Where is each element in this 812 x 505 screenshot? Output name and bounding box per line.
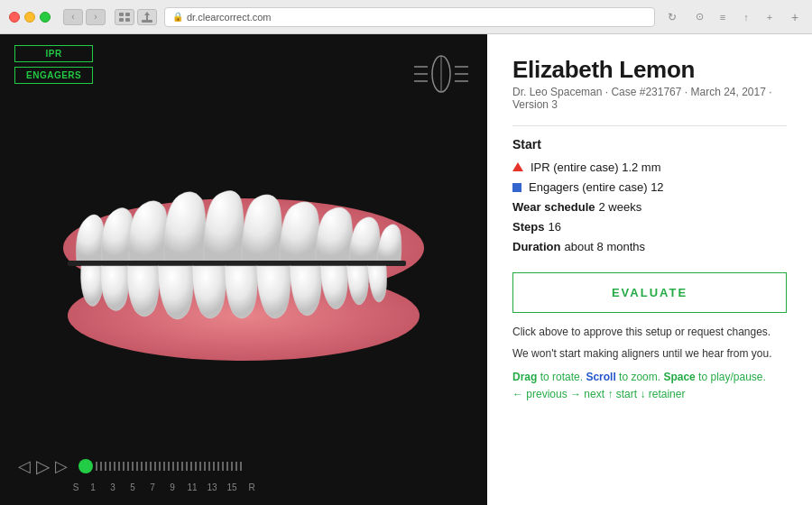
timeline-tick bbox=[186, 462, 188, 471]
engagers-label: Engagers (entire case) bbox=[529, 180, 651, 194]
hint-drag-text: to rotate. bbox=[537, 371, 586, 383]
browser-chrome: ‹ › 🔒 dr.clearcorrect.com ↻ ⊙ ≡ ↑ + + bbox=[0, 0, 812, 34]
timeline-tick bbox=[181, 462, 183, 471]
engagers-row: Engagers (entire case) 12 bbox=[512, 180, 787, 194]
share-button[interactable] bbox=[137, 9, 157, 25]
timeline-tick bbox=[226, 462, 228, 471]
bookmark-icon[interactable]: ⊙ bbox=[689, 9, 709, 25]
timeline-label-15: 15 bbox=[222, 482, 242, 492]
traffic-lights bbox=[9, 12, 51, 23]
engagers-button[interactable]: ENGAGERS bbox=[14, 67, 93, 84]
steps-value: 16 bbox=[548, 220, 560, 234]
wear-schedule-label: Wear schedule bbox=[512, 200, 595, 214]
browser-nav-buttons: ‹ › bbox=[63, 9, 106, 25]
toolbar-right: ⊙ ≡ ↑ + bbox=[689, 9, 780, 25]
ipr-text: IPR (entire case) 1.2 mm bbox=[531, 161, 661, 174]
timeline-tick bbox=[150, 462, 152, 471]
svg-rect-15 bbox=[68, 261, 406, 266]
play-button[interactable]: ▷ bbox=[36, 455, 50, 477]
duration-row: Duration about 8 months bbox=[512, 240, 787, 253]
duration-value: about 8 months bbox=[564, 240, 645, 253]
engagers-indicator-icon bbox=[512, 183, 521, 192]
timeline-bar: ◁ ▷ ▷ bbox=[0, 446, 487, 505]
addbook-icon[interactable]: + bbox=[760, 9, 780, 25]
minimize-button[interactable] bbox=[24, 12, 35, 23]
tooth-icon-container bbox=[410, 45, 473, 103]
timeline-tick bbox=[96, 462, 97, 471]
patient-meta: Dr. Leo Spaceman · Case #231767 · March … bbox=[512, 86, 787, 111]
timeline-label-3: 3 bbox=[103, 482, 123, 492]
tooth-orientation-icon bbox=[410, 49, 473, 103]
prev-arrow-button[interactable]: ◁ bbox=[18, 456, 31, 476]
next-arrow-button[interactable]: ▷ bbox=[55, 456, 68, 476]
svg-rect-4 bbox=[142, 20, 152, 23]
forward-button[interactable]: › bbox=[86, 9, 106, 25]
timeline-tick bbox=[163, 462, 165, 471]
wear-schedule-value: 2 weeks bbox=[599, 200, 642, 214]
lock-icon: 🔒 bbox=[172, 12, 183, 22]
steps-row: Steps 16 bbox=[512, 220, 787, 234]
section-divider bbox=[512, 125, 787, 126]
timeline-tick bbox=[195, 462, 197, 471]
wear-schedule-row: Wear schedule 2 weeks bbox=[512, 200, 787, 214]
timeline-tick bbox=[235, 462, 237, 471]
timeline-tick bbox=[100, 462, 102, 471]
timeline-tick bbox=[123, 462, 125, 471]
main-content: IPR ENGAGERS bbox=[0, 34, 812, 505]
timeline-tick bbox=[168, 462, 170, 471]
timeline-tick bbox=[141, 462, 143, 471]
timeline-tick bbox=[208, 462, 210, 471]
timeline-tick bbox=[105, 462, 106, 471]
address-bar[interactable]: 🔒 dr.clearcorrect.com bbox=[164, 7, 655, 27]
timeline-tick bbox=[159, 462, 161, 471]
timeline-controls: ◁ ▷ ▷ bbox=[18, 455, 469, 477]
close-button[interactable] bbox=[9, 12, 20, 23]
timeline-tick bbox=[132, 462, 134, 471]
timeline-current-step bbox=[78, 459, 93, 473]
hint-nav-text: ← previous → next ↑ start ↓ retainer bbox=[512, 388, 685, 400]
svg-rect-0 bbox=[119, 13, 124, 16]
timeline-tick bbox=[127, 462, 129, 471]
info-note-2: We won't start making aligners until we … bbox=[512, 345, 787, 362]
timeline-tick bbox=[172, 462, 174, 471]
timeline-tick bbox=[217, 462, 219, 471]
maximize-button[interactable] bbox=[40, 12, 51, 23]
timeline-tick bbox=[177, 462, 179, 471]
timeline-label-1: 1 bbox=[83, 482, 103, 492]
viewer-panel: IPR ENGAGERS bbox=[0, 34, 487, 505]
timeline-track[interactable] bbox=[78, 459, 469, 473]
patient-name: Elizabeth Lemon bbox=[512, 56, 787, 84]
svg-rect-3 bbox=[125, 18, 130, 22]
share2-icon[interactable]: ↑ bbox=[736, 9, 756, 25]
new-tab-button[interactable]: + bbox=[787, 9, 803, 25]
evaluate-button[interactable]: EVALUATE bbox=[512, 272, 787, 313]
reader-icon[interactable]: ≡ bbox=[713, 9, 733, 25]
timeline-tick bbox=[114, 462, 115, 471]
timeline-tick bbox=[154, 462, 156, 471]
ipr-label: IPR (entire case) bbox=[531, 161, 622, 174]
window-buttons bbox=[115, 9, 157, 25]
timeline-tick bbox=[109, 462, 111, 471]
hint-drag-keyword: Drag bbox=[512, 371, 537, 383]
back-button[interactable]: ‹ bbox=[63, 9, 83, 25]
timeline-tick bbox=[213, 462, 215, 471]
teeth-3d-viewer[interactable] bbox=[0, 103, 487, 446]
viewer-button-group: IPR ENGAGERS bbox=[14, 45, 93, 103]
svg-rect-1 bbox=[125, 13, 130, 16]
ipr-value-text: 1.2 mm bbox=[622, 161, 660, 174]
engagers-text: Engagers (entire case) 12 bbox=[529, 180, 664, 194]
timeline-tick bbox=[231, 462, 233, 471]
timeline-label-7: 7 bbox=[143, 482, 162, 492]
reload-button[interactable]: ↻ bbox=[662, 9, 682, 25]
tab-overview-button[interactable] bbox=[115, 9, 134, 25]
teeth-svg bbox=[27, 158, 460, 392]
timeline-label-11: 11 bbox=[182, 482, 202, 492]
timeline-tick bbox=[190, 462, 192, 471]
timeline-label-r: R bbox=[242, 482, 262, 492]
ipr-indicator-icon bbox=[512, 162, 523, 171]
ipr-button[interactable]: IPR bbox=[14, 45, 93, 62]
hint-scroll-keyword: Scroll bbox=[586, 371, 615, 383]
timeline-label-9: 9 bbox=[162, 482, 182, 492]
info-note-1: Click above to approve this setup or req… bbox=[512, 324, 787, 340]
hint-space-text: to play/pause. bbox=[696, 371, 766, 383]
